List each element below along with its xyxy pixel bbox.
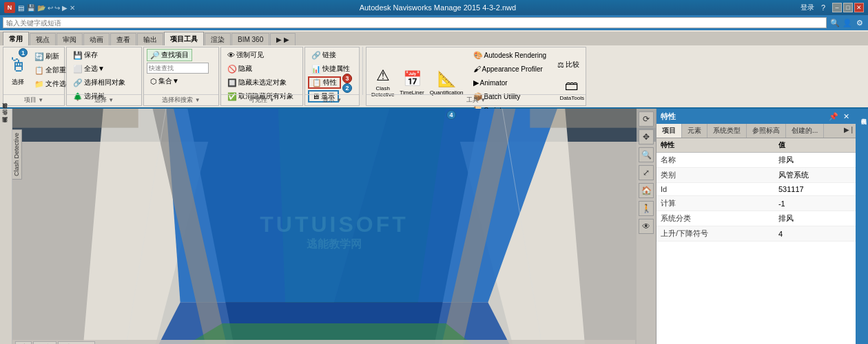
ribbon-group-display: 🔗 链接 📊 快捷属性 📋 特性 3 🖥 显 <box>304 47 360 106</box>
find-item-btn[interactable]: 🔎 查找项目 <box>147 49 192 61</box>
search-bar: 🔍 👤 ⚙ <box>0 15 868 30</box>
table-row: 系统分类 排风 <box>657 211 856 226</box>
ribbon-group-tools: ⚠ Clash Detective 📅 TimeLiner 📐 Quantifi… <box>366 47 586 106</box>
home-btn[interactable]: 🏠 <box>639 183 654 198</box>
viewport-bottom-collection[interactable]: 集合 <box>33 341 56 344</box>
autodesk-rendering-btn[interactable]: 🎨 Autodesk Rendering <box>470 49 550 61</box>
main-area: 项目目录 集合 测量工具 <box>0 109 868 344</box>
quick-prop-btn[interactable]: 📊 快捷属性 <box>308 63 353 75</box>
walk-btn[interactable]: 🚶 <box>639 201 654 216</box>
minimize-btn[interactable]: – <box>832 3 842 12</box>
prop-name-5: 系统分类 <box>657 211 774 226</box>
fit-btn[interactable]: ⤢ <box>639 165 654 180</box>
same-obj-btn[interactable]: 🔗 选择相同对象 <box>70 76 129 89</box>
animator-btn[interactable]: ▶ Animator <box>470 76 550 89</box>
table-row: 上升/下降符号 4 <box>657 226 856 241</box>
select-group-label: 选择 ▼ <box>67 94 141 105</box>
prop-value-4: -1 <box>774 196 856 211</box>
properties-panel: 特性 📌 ✕ 项目 元素 系统类型 参照标高 创建的... ▶ | 特性 值 <box>656 109 856 344</box>
save-panel: 保存的视点 <box>856 109 868 344</box>
panel-tabs-more[interactable]: ▶ | <box>841 124 856 138</box>
tab-more[interactable]: ▶ ▶ <box>270 33 296 45</box>
search-group-label: 选择和搜索 ▼ <box>144 94 218 105</box>
display-group-label: 显示 ▼ <box>305 94 359 105</box>
login-btn[interactable]: 登录 <box>800 3 814 12</box>
ribbon-group-search: 🔎 查找项目 ⬡ 集合▼ 选择和搜索 ▼ <box>143 47 219 106</box>
all-select-btn[interactable]: ⬜ 全选▼ <box>70 63 108 75</box>
viewport-bottom-measure[interactable]: 测量工具 <box>58 341 95 344</box>
tab-bim360[interactable]: BIM 360 <box>231 33 269 45</box>
close-btn[interactable]: ✕ <box>854 3 864 12</box>
title-bar-right: 登录 ? – □ ✕ <box>800 3 864 12</box>
app-logo[interactable]: N <box>4 2 15 13</box>
appearance-profiler-btn[interactable]: 🖌 Appearance Profiler <box>470 63 550 75</box>
panel-tab-element[interactable]: 元素 <box>682 124 707 138</box>
set-btn[interactable]: ⬡ 集合▼ <box>147 75 183 87</box>
select-row3: 🔗 选择相同对象 <box>70 76 138 89</box>
panel-titlebar: 特性 📌 ✕ <box>657 109 856 124</box>
menu-icon[interactable]: ▤ <box>18 4 24 12</box>
select-row1: 💾 保存 <box>70 49 138 61</box>
search-icon[interactable]: 🔍 <box>829 17 840 28</box>
look-btn[interactable]: 👁 <box>639 219 654 234</box>
search-input[interactable] <box>3 17 827 28</box>
help-btn[interactable]: ? <box>821 3 825 12</box>
svg-rect-14 <box>12 109 138 128</box>
disp-row3: 📋 特性 3 <box>308 76 356 89</box>
tab-viewpoint[interactable]: 视点 <box>30 33 56 45</box>
settings-icon[interactable]: ⚙ <box>854 17 865 28</box>
tab-render[interactable]: 渲染 <box>205 33 231 45</box>
vis-row2: 🚫 隐藏 <box>224 63 300 75</box>
tab-project-tools[interactable]: 项目工具 <box>164 32 204 45</box>
select-label: 选择 <box>12 78 24 87</box>
zoom-btn[interactable]: 🔍 <box>639 147 654 162</box>
panel-tab-project[interactable]: 项目 <box>657 124 682 138</box>
project-group-label: 项目 ▼ <box>3 94 64 105</box>
tab-common[interactable]: 常用 <box>3 32 29 45</box>
table-row: 类别 风管系统 <box>657 168 856 183</box>
title-bar: N ▤ 💾 📂 ↩ ↪ ▶ ✕ Autodesk Navisworks Mana… <box>0 0 868 15</box>
sidebar-item-project[interactable]: 项目目录 <box>1 110 11 116</box>
select-large-btn[interactable]: 🖱 选择 1 <box>6 49 30 92</box>
ribbon-content: 🖱 选择 1 🔄 刷新 📋 全部重... 📁 文件选择 <box>0 45 868 107</box>
viewport[interactable]: TUTUISOFT 逃能教学网 Clash Detective 4 ⟳ ✥ 🔍 … <box>12 109 656 344</box>
panel-pin-btn[interactable]: 📌 <box>828 111 839 122</box>
sidebar-item-measure[interactable]: 测量工具 <box>1 124 11 129</box>
clash-detective-panel-label[interactable]: Clash Detective <box>12 129 22 180</box>
quick-search-input[interactable] <box>147 63 209 74</box>
panel-tab-system-type[interactable]: 系统类型 <box>707 124 747 138</box>
prop-name-3: Id <box>657 183 774 196</box>
user-icon[interactable]: 👤 <box>842 17 853 28</box>
save-btn[interactable]: 💾 保存 <box>70 49 101 61</box>
prop-header-name: 特性 <box>657 138 774 153</box>
viewport-bottom-select[interactable]: 选 <box>15 341 32 344</box>
maximize-btn[interactable]: □ <box>843 3 853 12</box>
disp-row1: 🔗 链接 <box>308 49 356 61</box>
table-row: Id 531117 <box>657 183 856 196</box>
tab-output[interactable]: 输出 <box>137 33 163 45</box>
orbit-btn[interactable]: ⟳ <box>639 111 654 127</box>
compare-btn[interactable]: ⚖ 比较 <box>554 58 590 71</box>
tab-view[interactable]: 查看 <box>110 33 136 45</box>
properties-btn[interactable]: 📋 特性 <box>308 76 341 89</box>
tab-review[interactable]: 审阅 <box>56 33 83 45</box>
link-btn[interactable]: 🔗 链接 <box>308 49 340 61</box>
ribbon-divider-1 <box>362 47 363 95</box>
hide-unselected-btn[interactable]: 🔲 隐藏未选定对象 <box>224 76 290 89</box>
prop-name-2: 类别 <box>657 168 774 183</box>
select-row2: ⬜ 全选▼ <box>70 63 138 75</box>
pan-btn[interactable]: ✥ <box>639 129 654 144</box>
panel-tab-ref-level[interactable]: 参照标高 <box>747 124 786 138</box>
hide-btn[interactable]: 🚫 隐藏 <box>224 63 256 75</box>
sidebar-item-collection[interactable]: 集合 <box>1 117 11 122</box>
ribbon-group-visibility: 👁 强制可见 🚫 隐藏 🔲 隐藏未选定对象 ✅ 取消隐藏所有对 <box>220 47 303 106</box>
tools-row1: ⚠ Clash Detective 📅 TimeLiner 📐 Quantifi… <box>369 49 583 116</box>
project-row1: 🖱 选择 1 🔄 刷新 📋 全部重... 📁 文件选择 <box>6 49 61 92</box>
prop-name-4: 计算 <box>657 196 774 211</box>
panel-close-btn[interactable]: ✕ <box>840 111 851 122</box>
panel-tab-created[interactable]: 创建的... <box>786 124 824 138</box>
tab-animation[interactable]: 动画 <box>83 33 110 45</box>
force-visible-btn[interactable]: 👁 强制可见 <box>224 49 267 61</box>
save-viewpoint-btn[interactable]: 保存的视点 <box>857 111 867 117</box>
vis-row3: 🔲 隐藏未选定对象 <box>224 76 300 89</box>
